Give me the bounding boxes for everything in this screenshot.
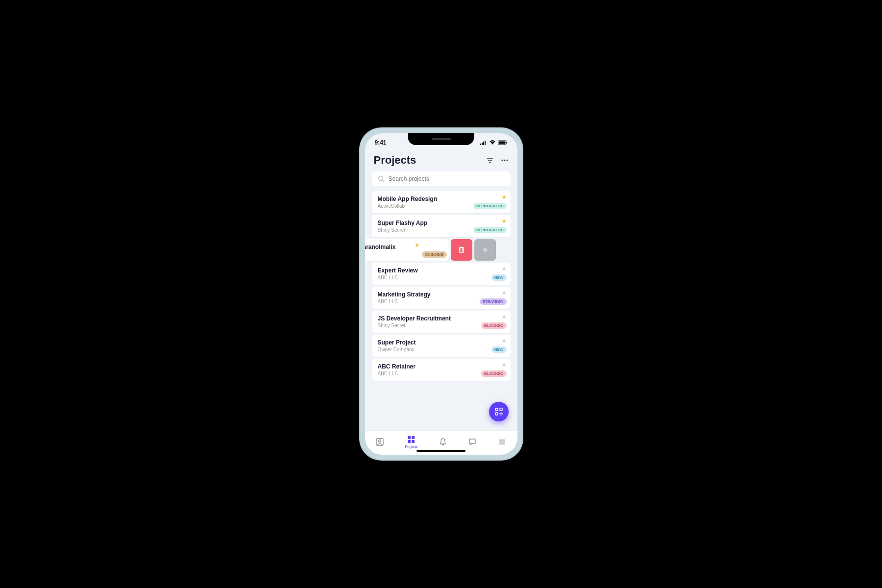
more-icon	[501, 156, 509, 164]
star-icon[interactable]: ★	[502, 338, 507, 344]
tab-menu[interactable]	[498, 438, 507, 446]
phone-screen: 9:41 Projects Mobi	[365, 133, 517, 455]
user-icon	[375, 438, 384, 446]
status-badge: BLOCKED	[481, 370, 507, 377]
chat-icon	[468, 438, 477, 446]
fab-add-button[interactable]	[489, 402, 509, 421]
svg-rect-5	[498, 142, 505, 144]
status-badge: IN PROGRESS	[473, 203, 507, 209]
project-title: JS Developer Recruitment	[378, 315, 505, 322]
svg-point-11	[504, 160, 505, 161]
search-box[interactable]	[372, 172, 511, 186]
search-input[interactable]	[389, 175, 505, 182]
header: Projects	[365, 148, 517, 172]
tab-notifications[interactable]	[439, 438, 447, 446]
more-button[interactable]	[501, 156, 509, 164]
phone-frame: 9:41 Projects Mobi	[359, 127, 523, 461]
project-title: Super Project	[378, 339, 505, 346]
project-title: Marketing Strategy	[378, 291, 505, 298]
star-icon[interactable]: ★	[502, 314, 507, 320]
project-owner: ABC LLC	[378, 275, 505, 280]
hamburger-icon	[498, 438, 507, 446]
svg-rect-22	[412, 436, 415, 439]
signal-icon	[480, 140, 487, 145]
status-badge: STRATEGY	[480, 298, 507, 305]
project-title: Expert Review	[378, 267, 505, 274]
bell-icon	[439, 438, 447, 446]
battery-icon	[498, 140, 508, 145]
svg-point-20	[378, 440, 381, 442]
svg-rect-16	[495, 408, 498, 411]
project-card[interactable]: JS Developer Recruitment Shiny Secret ★ …	[372, 311, 511, 333]
status-badge: ONGOING	[422, 251, 447, 258]
star-icon[interactable]: ★	[502, 290, 507, 296]
star-icon[interactable]: ★	[415, 242, 419, 248]
project-title: Super Flashy App	[378, 220, 505, 226]
project-card[interactable]: Super Project Owner Company ★ NEW	[372, 335, 511, 357]
svg-rect-1	[482, 143, 483, 145]
status-badge: NEW	[491, 346, 507, 353]
svg-rect-0	[480, 144, 481, 145]
svg-rect-23	[408, 440, 411, 443]
project-owner: Owner Company	[378, 347, 505, 352]
wifi-icon	[489, 140, 496, 145]
star-icon[interactable]: ★	[502, 218, 507, 224]
project-card[interactable]: Expert Review ABC LLC ★ NEW	[372, 263, 511, 285]
star-icon[interactable]: ★	[502, 362, 507, 368]
svg-rect-6	[506, 142, 507, 144]
project-list[interactable]: Mobile App Redesign ActiveCollab ★ IN PR…	[365, 191, 517, 430]
status-icons	[480, 140, 508, 145]
filter-button[interactable]	[486, 156, 494, 164]
svg-rect-17	[500, 408, 502, 411]
project-card[interactable]: Super Flashy App Shiny Secret ★ IN PROGR…	[372, 215, 511, 237]
trash-icon	[458, 246, 466, 254]
page-title: Projects	[374, 154, 416, 167]
svg-point-13	[378, 176, 383, 181]
svg-rect-3	[485, 141, 486, 145]
grid-icon	[407, 435, 416, 444]
tab-label: Projects	[405, 445, 417, 448]
status-badge: NEW	[491, 274, 507, 281]
svg-line-14	[382, 180, 384, 182]
svg-rect-24	[412, 440, 415, 443]
project-card[interactable]: Marketing Strategy ABC LLC ★ STRATEGY	[372, 287, 511, 309]
status-badge: BLOCKED	[481, 322, 507, 329]
svg-point-12	[506, 160, 508, 161]
project-card[interactable]: ABC Retainer ABC LLC ★ BLOCKED	[372, 359, 511, 381]
project-card[interactable]: Mobile App Redesign ActiveCollab ★ IN PR…	[372, 191, 511, 213]
home-indicator[interactable]	[416, 450, 466, 452]
svg-rect-2	[483, 142, 484, 145]
tab-profile[interactable]	[375, 438, 384, 446]
notch	[408, 133, 474, 145]
tab-projects[interactable]: Projects	[405, 435, 417, 448]
search-icon	[378, 175, 385, 182]
svg-point-10	[501, 160, 503, 161]
status-badge: IN PROGRESS	[473, 227, 507, 233]
grid-plus-icon	[494, 407, 503, 416]
status-time: 9:41	[375, 139, 387, 146]
project-card-swiped[interactable]: aranoImalix ★ ONGOING	[365, 239, 496, 261]
project-title: aranoImalix	[365, 244, 443, 250]
pin-off-icon	[481, 246, 489, 254]
unpin-button[interactable]	[474, 239, 496, 261]
tab-messages[interactable]	[468, 438, 477, 446]
project-title: ABC Retainer	[378, 363, 505, 370]
delete-button[interactable]	[451, 239, 472, 261]
svg-rect-21	[408, 436, 411, 439]
filter-icon	[486, 156, 494, 164]
project-title: Mobile App Redesign	[378, 196, 505, 202]
svg-rect-18	[495, 413, 498, 415]
star-icon[interactable]: ★	[502, 266, 507, 272]
star-icon[interactable]: ★	[502, 194, 507, 200]
